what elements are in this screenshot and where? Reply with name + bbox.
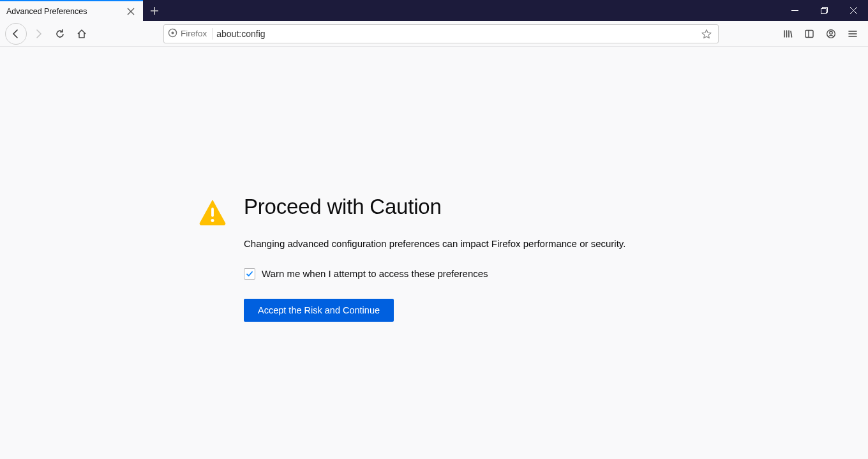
forward-button[interactable]: [28, 24, 49, 44]
page-content: Proceed with Caution Changing advanced c…: [0, 47, 868, 459]
svg-rect-7: [211, 207, 214, 216]
svg-point-8: [211, 219, 214, 222]
warn-checkbox-label[interactable]: Warn me when I attempt to access these p…: [262, 268, 488, 279]
accept-risk-button[interactable]: Accept the Risk and Continue: [244, 299, 394, 322]
library-button[interactable]: [777, 24, 798, 44]
toolbar-right: [777, 24, 863, 44]
svg-point-6: [830, 31, 832, 34]
reload-button[interactable]: [50, 24, 70, 44]
menu-button[interactable]: [842, 24, 863, 44]
identity-box[interactable]: Firefox: [168, 28, 213, 40]
home-button[interactable]: [71, 24, 92, 44]
warning-triangle-icon: [198, 195, 227, 459]
url-text: about:config: [216, 29, 695, 39]
identity-label: Firefox: [181, 29, 207, 38]
maximize-window-button[interactable]: [809, 0, 839, 21]
url-bar[interactable]: Firefox about:config: [163, 24, 719, 43]
back-button[interactable]: [5, 23, 27, 45]
warning-panel: Proceed with Caution Changing advanced c…: [198, 195, 670, 459]
minimize-window-button[interactable]: [780, 0, 809, 21]
warn-checkbox-row: Warn me when I attempt to access these p…: [244, 268, 670, 280]
close-tab-icon[interactable]: [125, 6, 137, 17]
account-button[interactable]: [821, 24, 841, 44]
tab-title: Advanced Preferences: [6, 7, 125, 16]
window-controls: [780, 0, 868, 21]
warn-checkbox[interactable]: [244, 268, 255, 280]
warning-body: Proceed with Caution Changing advanced c…: [244, 195, 670, 459]
sidebar-button[interactable]: [799, 24, 819, 44]
svg-rect-0: [821, 9, 826, 14]
svg-point-2: [171, 31, 174, 34]
new-tab-button[interactable]: [143, 0, 166, 21]
browser-tab[interactable]: Advanced Preferences: [0, 0, 143, 21]
navigation-toolbar: Firefox about:config: [0, 21, 868, 47]
close-window-button[interactable]: [839, 0, 868, 21]
firefox-logo-icon: [168, 28, 177, 40]
bookmark-star-icon[interactable]: [699, 29, 714, 39]
warning-title: Proceed with Caution: [244, 195, 670, 219]
tab-strip: Advanced Preferences: [0, 0, 868, 21]
svg-rect-3: [805, 30, 813, 37]
warning-description: Changing advanced configuration preferen…: [244, 237, 670, 252]
